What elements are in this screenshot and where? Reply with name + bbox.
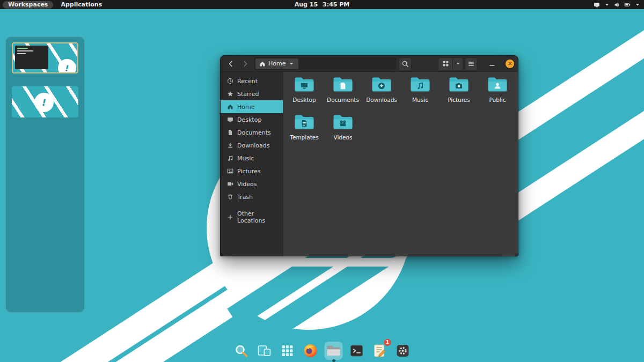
folder-icon [294, 76, 315, 95]
folder-label: Public [489, 97, 506, 103]
dock-item-settings[interactable] [394, 342, 412, 360]
workspace-thumbnail-1[interactable]: ! [12, 42, 78, 73]
sidebar-item-downloads[interactable]: Downloads [221, 139, 283, 152]
caret-down-icon[interactable] [604, 2, 610, 8]
workspace-thumbnail-2[interactable]: ! [12, 86, 78, 117]
caret-down-icon[interactable] [634, 2, 641, 8]
sidebar-item-label: Desktop [237, 116, 261, 123]
folder-icon [448, 76, 470, 95]
sidebar-item-label: Music [237, 155, 254, 162]
forward-button[interactable] [239, 57, 252, 70]
menu-button[interactable] [465, 57, 478, 70]
folder-videos[interactable]: Videos [324, 113, 362, 146]
folder-pictures[interactable]: Pictures [440, 76, 478, 109]
folder-icon [332, 113, 354, 133]
folder-icon [409, 76, 431, 95]
close-button[interactable] [506, 60, 514, 68]
sidebar-item-home[interactable]: Home [221, 100, 283, 113]
folder-downloads[interactable]: Downloads [362, 76, 401, 109]
video-icon [227, 181, 233, 187]
sidebar-item-desktop[interactable]: Desktop [221, 113, 283, 126]
sidebar-item-label: Recent [237, 78, 258, 85]
dock: 1 [232, 342, 412, 360]
chevron-down-icon [288, 61, 295, 67]
minimize-button[interactable] [486, 57, 499, 70]
path-bar[interactable]: Home [254, 57, 396, 70]
dock-item-terminal[interactable] [348, 342, 366, 360]
minimize-icon [488, 60, 496, 68]
dock-item-files[interactable] [325, 342, 343, 360]
text-editor-icon [372, 343, 387, 358]
trash-icon [227, 194, 233, 200]
folder-public[interactable]: Public [478, 76, 517, 109]
sidebar-item-label: Trash [237, 194, 253, 201]
notification-badge: 1 [384, 339, 391, 346]
folder-label: Downloads [366, 97, 397, 103]
sidebar-item-label: Home [237, 104, 254, 110]
document-icon [227, 129, 233, 136]
sidebar-item-label: Pictures [237, 168, 261, 175]
dock-item-pop-shop[interactable] [232, 342, 251, 360]
files-icon [326, 343, 341, 358]
time-label: 3:45 PM [323, 1, 349, 8]
search-icon [401, 60, 409, 68]
folder-music[interactable]: Music [401, 76, 440, 109]
dock-item-applications-grid[interactable] [279, 342, 297, 360]
back-button[interactable] [224, 57, 237, 70]
folder-label: Documents [327, 97, 359, 103]
folder-label: Videos [334, 134, 353, 141]
other-locations-label: Other Locations [237, 210, 283, 224]
grid-view-button[interactable] [438, 58, 452, 70]
sidebar-item-starred[interactable]: Starred [221, 87, 283, 100]
headerbar: Home [221, 56, 518, 72]
folder-icon [371, 76, 392, 95]
sidebar-item-pictures[interactable]: Pictures [221, 165, 283, 178]
battery-icon[interactable] [624, 2, 631, 8]
folder-label: Templates [290, 134, 318, 141]
pop-shop-icon [234, 343, 249, 358]
sidebar-item-label: Documents [237, 129, 271, 136]
volume-icon[interactable] [614, 2, 620, 8]
sidebar-item-recent[interactable]: Recent [221, 75, 283, 87]
dock-item-text-editor[interactable]: 1 [371, 342, 389, 360]
location-button[interactable]: Home [255, 58, 298, 69]
sidebar-list: RecentStarredHomeDesktopDocumentsDownloa… [221, 75, 283, 203]
files-window: Home RecentStarredHomeDesktopDocumentsDo… [220, 55, 518, 256]
sidebar-item-videos[interactable]: Videos [221, 178, 283, 190]
sidebar-item-label: Downloads [237, 142, 269, 149]
download-icon [227, 142, 233, 149]
folder-documents[interactable]: Documents [324, 76, 362, 109]
sidebar: RecentStarredHomeDesktopDocumentsDownloa… [221, 72, 283, 256]
top-bar: Workspaces Applications Aug 15 3:45 PM [0, 0, 644, 9]
pop-logo: ! [58, 59, 76, 73]
view-options-button[interactable] [452, 58, 463, 70]
view-toggle [438, 57, 463, 70]
firefox-icon [303, 343, 318, 358]
sidebar-item-label: Starred [237, 91, 259, 98]
sidebar-item-music[interactable]: Music [221, 152, 283, 165]
dock-item-workspaces-overview[interactable] [255, 342, 274, 360]
sidebar-item-other-locations[interactable]: Other Locations [221, 211, 283, 224]
folder-templates[interactable]: Templates [285, 113, 324, 146]
folder-desktop[interactable]: Desktop [285, 76, 324, 109]
search-button[interactable] [399, 57, 412, 70]
dock-item-firefox[interactable] [302, 342, 320, 360]
active-indicator [332, 359, 335, 362]
workspaces-overview-icon [257, 343, 272, 358]
folder-label: Music [412, 97, 428, 103]
chevron-left-icon [227, 60, 235, 68]
sidebar-item-documents[interactable]: Documents [221, 126, 283, 139]
settings-icon [396, 343, 411, 358]
terminal-window-thumbnail [15, 46, 48, 69]
folder-label: Desktop [292, 97, 316, 103]
applications-menu-button[interactable]: Applications [61, 1, 102, 8]
folder-icon [294, 113, 315, 133]
workspaces-menu-button[interactable]: Workspaces [3, 1, 53, 9]
clock-button[interactable]: Aug 15 3:45 PM [295, 1, 350, 8]
plus-icon [227, 214, 233, 220]
file-grid: DesktopDocumentsDownloadsMusicPicturesPu… [283, 72, 518, 256]
system-tray [594, 0, 641, 9]
terminal-icon [349, 343, 364, 358]
display-icon[interactable] [594, 2, 600, 8]
sidebar-item-trash[interactable]: Trash [221, 190, 283, 203]
